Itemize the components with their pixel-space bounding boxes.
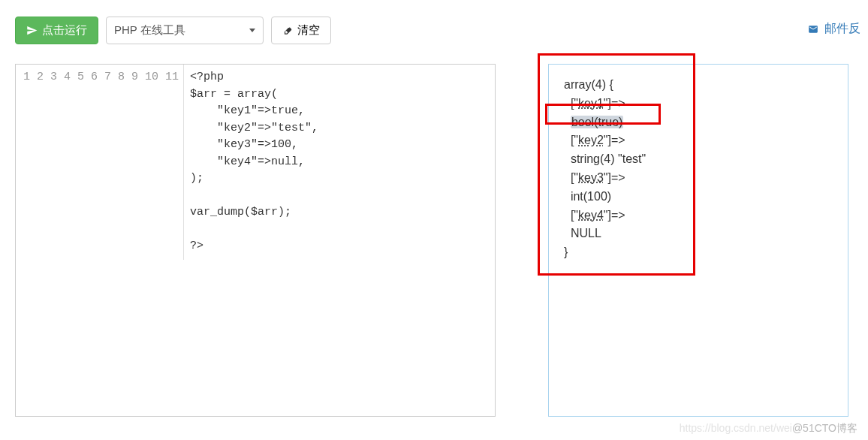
code-lines[interactable]: <?php $arr = array( "key1"=>true, "key2"… (184, 65, 324, 260)
eraser-icon (282, 26, 293, 36)
run-button[interactable]: 点击运行 (15, 17, 98, 44)
run-button-label: 点击运行 (42, 23, 87, 38)
code-editor[interactable]: 1 2 3 4 5 6 7 8 9 10 11 <?php $arr = arr… (15, 64, 496, 417)
language-select-label: PHP 在线工具 (114, 23, 185, 38)
paper-plane-icon (26, 25, 38, 36)
watermark: https://blog.csdn.net/wei@51CTO博客 (680, 422, 857, 435)
chevron-down-icon (249, 29, 255, 32)
output-wrapper: array(4) { ["key1"]=> bool(true) ["key2"… (548, 64, 848, 417)
watermark-faint: https://blog.csdn.net/wei (680, 422, 792, 434)
line-gutter: 1 2 3 4 5 6 7 8 9 10 11 (16, 65, 184, 260)
content-row: 1 2 3 4 5 6 7 8 9 10 11 <?php $arr = arr… (15, 64, 853, 417)
clear-button[interactable]: 清空 (271, 17, 331, 44)
language-select[interactable]: PHP 在线工具 (106, 17, 264, 44)
mail-icon (806, 24, 820, 35)
clear-button-label: 清空 (297, 23, 320, 38)
output-panel: array(4) { ["key1"]=> bool(true) ["key2"… (548, 64, 848, 417)
watermark-handle: @51CTO博客 (792, 422, 857, 434)
output-text: array(4) { ["key1"]=> bool(true) ["key2"… (564, 76, 833, 262)
toolbar: 点击运行 PHP 在线工具 清空 邮件反 (15, 0, 853, 59)
feedback-link-label: 邮件反 (824, 21, 860, 37)
feedback-link[interactable]: 邮件反 (806, 21, 860, 37)
